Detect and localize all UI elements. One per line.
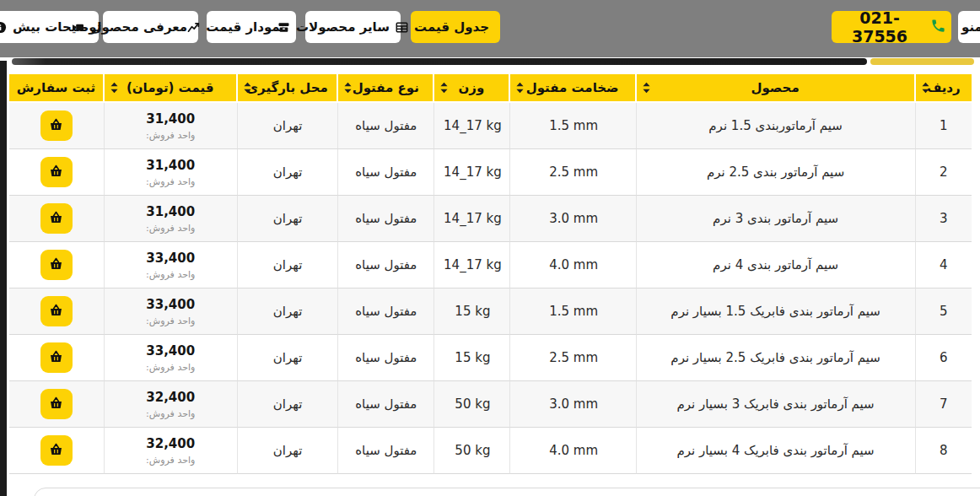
sort-icon: [244, 83, 251, 94]
info-icon: [0, 21, 7, 34]
wire-type-cell: مفتول سیاه: [338, 196, 434, 242]
col-header-row-number[interactable]: ردیف: [916, 74, 972, 103]
add-to-basket-button[interactable]: [40, 111, 73, 141]
product-cell: سیم آرماتور بندی 2.5 نرم: [637, 149, 916, 196]
order-cell: [9, 335, 105, 381]
price-cell: 31,400 واحد فروش:: [105, 149, 238, 196]
weight-cell: 14_17 kg: [434, 196, 510, 242]
add-to-basket-button[interactable]: [40, 203, 73, 234]
weight-cell: 15 kg: [434, 335, 510, 381]
other-products-button[interactable]: سایر محصولات: [305, 11, 401, 43]
bottom-panel: [34, 488, 980, 496]
basket-icon: [49, 118, 63, 134]
basket-icon: [49, 350, 63, 366]
col-header-price[interactable]: قیمت (تومان): [105, 74, 238, 103]
phone-number: 021-37556: [837, 8, 923, 46]
table-row: 2 سیم آرماتور بندی 2.5 نرم 2.5 mm 14_17 …: [9, 149, 972, 196]
price-cell: 32,400 واحد فروش:: [105, 381, 238, 428]
price-cell: 31,400 واحد فروش:: [105, 103, 238, 149]
wire-type-cell: مفتول سیاه: [338, 149, 434, 196]
basket-icon: [49, 443, 63, 459]
order-cell: [9, 381, 105, 428]
table-row: 8 سیم آرماتور بندی فابریک 4 بسیار نرم 4.…: [9, 428, 972, 474]
other-products-label: سایر محصولات: [296, 19, 390, 35]
table-row: 1 سیم آرماتوربندی 1.5 نرم 1.5 mm 14_17 k…: [9, 103, 972, 149]
wire-type-cell: مفتول سیاه: [338, 288, 434, 335]
price-table-label: جدول قیمت: [414, 19, 489, 35]
col-header-loading-location[interactable]: محل بارگیری: [238, 74, 339, 103]
weight-cell: 14_17 kg: [434, 103, 510, 149]
phone-icon: [930, 18, 946, 37]
col-header-thickness[interactable]: ضخامت مفتول: [510, 74, 637, 103]
active-tab-underline: [870, 58, 974, 65]
sort-icon: [440, 83, 448, 94]
price-cell: 33,400 واحد فروش:: [105, 335, 238, 381]
wire-type-cell: مفتول سیاه: [338, 335, 434, 381]
table-row: 3 سیم آرماتور بندی 3 نرم 3.0 mm 14_17 kg…: [9, 196, 972, 242]
price-table: ردیف محصول ضخامت مفتول وزن نوع مفتول محل…: [9, 74, 972, 474]
loading-location-cell: تهران: [238, 103, 339, 149]
nav-underline-bar: [12, 58, 867, 65]
wire-type-cell: مفتول سیاه: [338, 103, 434, 149]
product-cell: سیم آرماتور بندی فابریک 2.5 بسیار نرم: [637, 335, 916, 381]
col-header-wire-type[interactable]: نوع مفتول: [338, 74, 434, 103]
loading-location-cell: تهران: [238, 242, 339, 288]
add-to-basket-button[interactable]: [40, 296, 73, 326]
products-box-icon: [277, 21, 290, 33]
price-cell: 33,400 واحد فروش:: [105, 242, 238, 288]
product-cell: سیم آرماتوربندی 1.5 نرم: [637, 103, 916, 149]
product-cell: سیم آرماتور بندی فابریک 1.5 بسیار نرم: [637, 288, 916, 335]
price-table-button[interactable]: جدول قیمت: [411, 11, 500, 43]
price-cell: 31,400 واحد فروش:: [105, 196, 238, 242]
basket-icon: [49, 257, 63, 273]
add-to-basket-button[interactable]: [40, 342, 73, 373]
thickness-cell: 2.5 mm: [510, 335, 637, 381]
product-cell: سیم آرماتور بندی 3 نرم: [637, 196, 916, 242]
product-intro-button[interactable]: معرفی محصول: [103, 11, 198, 43]
top-toolbar: توضیحات بیش معرفی محصول نمودار قیمت سایر…: [0, 0, 980, 57]
thickness-cell: 1.5 mm: [510, 288, 637, 335]
order-cell: [9, 428, 105, 474]
video-camera-icon: [72, 22, 84, 33]
basket-icon: [49, 396, 63, 412]
wire-type-cell: مفتول سیاه: [338, 428, 434, 474]
menu-button[interactable]: منو: [958, 11, 980, 43]
price-unit-label: واحد فروش:: [110, 223, 232, 234]
product-cell: سیم آرماتور بندی 4 نرم: [637, 242, 916, 288]
product-intro-label: معرفی محصول: [90, 19, 187, 35]
add-to-basket-button[interactable]: [40, 435, 73, 466]
order-cell: [9, 149, 105, 196]
row-number-cell: 4: [916, 242, 972, 288]
col-header-order: ثبت سفارش: [9, 74, 105, 103]
loading-location-cell: تهران: [238, 428, 339, 474]
phone-button[interactable]: 021-37556: [832, 11, 951, 43]
sort-icon: [344, 83, 352, 94]
col-header-weight[interactable]: وزن: [434, 74, 510, 103]
side-edge-bar: [0, 61, 7, 496]
basket-icon: [49, 304, 63, 320]
price-cell: 32,400 واحد فروش:: [105, 428, 238, 474]
row-number-cell: 7: [916, 381, 972, 428]
col-header-product[interactable]: محصول: [637, 74, 916, 103]
row-number-cell: 1: [916, 103, 972, 149]
loading-location-cell: تهران: [238, 196, 339, 242]
add-to-basket-button[interactable]: [40, 389, 73, 419]
weight-cell: 50 kg: [434, 428, 510, 474]
page: توضیحات بیش معرفی محصول نمودار قیمت سایر…: [0, 0, 980, 496]
row-number-cell: 6: [916, 335, 972, 381]
header-row: ردیف محصول ضخامت مفتول وزن نوع مفتول محل…: [9, 74, 972, 103]
order-cell: [9, 242, 105, 288]
wire-type-cell: مفتول سیاه: [338, 242, 434, 288]
weight-cell: 50 kg: [434, 381, 510, 428]
order-cell: [9, 288, 105, 335]
add-to-basket-button[interactable]: [40, 250, 73, 280]
weight-cell: 14_17 kg: [434, 242, 510, 288]
add-to-basket-button[interactable]: [40, 157, 73, 187]
price-unit-label: واحد فروش:: [110, 362, 232, 373]
sort-icon: [516, 83, 524, 94]
wire-type-cell: مفتول سیاه: [338, 381, 434, 428]
table-grid-icon: [396, 22, 408, 33]
thickness-cell: 4.0 mm: [510, 428, 637, 474]
order-cell: [9, 103, 105, 149]
weight-cell: 15 kg: [434, 288, 510, 335]
